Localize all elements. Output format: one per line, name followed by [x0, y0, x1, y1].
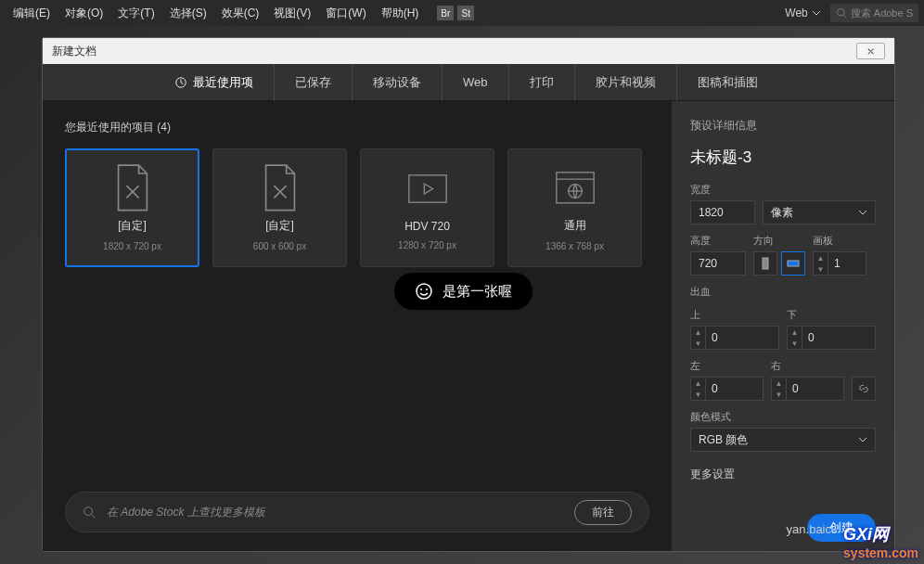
clock-icon: [174, 76, 187, 89]
menu-bar: 编辑(E) 对象(O) 文字(T) 选择(S) 效果(C) 视图(V) 窗口(W…: [0, 0, 924, 26]
bleed-link-button[interactable]: [852, 377, 876, 401]
close-button[interactable]: ⤬: [856, 43, 885, 59]
artboards-stepper[interactable]: ▲▼: [813, 251, 866, 276]
document-icon: [112, 164, 153, 211]
chevron-down-icon: [812, 8, 821, 18]
recent-section-title: 您最近使用的项目 (4): [65, 120, 649, 135]
svg-point-14: [426, 288, 428, 290]
watermark: GXi网 system.com: [843, 523, 918, 560]
template-card-web[interactable]: 通用 1366 x 768 px: [507, 148, 642, 267]
smile-icon: [415, 282, 433, 301]
category-tabs: 最近使用项 已保存 移动设备 Web 打印 胶片和视频 图稿和插图: [43, 64, 894, 101]
stock-search-bar[interactable]: 在 Adobe Stock 上查找更多模板 前往: [65, 492, 649, 532]
artboards-label: 画板: [813, 234, 866, 248]
svg-point-8: [84, 507, 93, 516]
bleed-label: 出血: [690, 285, 876, 299]
preset-details-pane: 预设详细信息 未标题-3 宽度 像素 高度: [672, 101, 894, 551]
tab-mobile[interactable]: 移动设备: [353, 64, 443, 101]
height-label: 高度: [690, 234, 746, 248]
height-input[interactable]: [690, 251, 746, 276]
dialog-title: 新建文档: [52, 44, 96, 59]
chevron-down-icon: [858, 208, 867, 217]
bleed-bottom-input[interactable]: [802, 331, 875, 344]
unit-select[interactable]: 像素: [763, 200, 876, 224]
svg-point-0: [837, 9, 844, 17]
tab-web[interactable]: Web: [443, 64, 509, 101]
landscape-icon: [787, 257, 800, 270]
width-input[interactable]: [690, 200, 755, 224]
tooltip-overlay: 是第一张喔: [394, 273, 533, 310]
orientation-landscape[interactable]: [781, 251, 805, 276]
watermark-sub: yan.baic: [787, 522, 831, 536]
tab-print[interactable]: 打印: [509, 64, 575, 101]
workspace-switcher[interactable]: Web: [781, 6, 824, 19]
artboards-input[interactable]: [828, 257, 866, 270]
template-card-custom-1[interactable]: [自定] 1820 x 720 px: [65, 148, 199, 267]
stock-placeholder: 在 Adobe Stock 上查找更多模板: [107, 505, 265, 520]
video-icon: [407, 166, 448, 212]
colormode-label: 颜色模式: [690, 410, 876, 424]
stepper-down[interactable]: ▼: [814, 263, 828, 275]
link-icon: [857, 382, 870, 395]
more-settings-link[interactable]: 更多设置: [690, 467, 876, 482]
svg-point-13: [420, 288, 422, 290]
template-card-hdv720[interactable]: HDV 720 1280 x 720 px: [360, 148, 494, 267]
colormode-select[interactable]: RGB 颜色: [690, 428, 876, 452]
menu-object[interactable]: 对象(O): [58, 6, 110, 21]
menu-view[interactable]: 视图(V): [266, 6, 318, 21]
document-icon: [260, 164, 301, 211]
tab-saved[interactable]: 已保存: [275, 64, 353, 101]
svg-line-1: [843, 15, 846, 18]
menu-window[interactable]: 窗口(W): [318, 6, 373, 21]
menu-type[interactable]: 文字(T): [110, 6, 161, 21]
search-placeholder: 搜索 Adobe S: [851, 6, 913, 20]
bleed-right-input[interactable]: [787, 382, 843, 395]
dialog-titlebar: 新建文档 ⤬: [43, 38, 894, 64]
search-input[interactable]: 搜索 Adobe S: [830, 4, 918, 22]
document-title[interactable]: 未标题-3: [690, 147, 876, 168]
width-label: 宽度: [690, 183, 876, 197]
stepper-up[interactable]: ▲: [814, 252, 828, 263]
orientation-portrait[interactable]: [753, 251, 777, 276]
menu-effect[interactable]: 效果(C): [214, 6, 267, 21]
bleed-left-stepper[interactable]: ▲▼: [690, 377, 764, 401]
tooltip-text: 是第一张喔: [443, 283, 512, 301]
orientation-label: 方向: [753, 234, 805, 248]
svg-line-9: [92, 515, 96, 519]
web-icon: [555, 164, 596, 211]
stock-icon[interactable]: St: [457, 6, 474, 20]
svg-rect-10: [763, 258, 768, 269]
svg-rect-11: [788, 261, 799, 266]
chevron-down-icon: [858, 435, 867, 444]
search-icon: [836, 7, 847, 19]
tab-art[interactable]: 图稿和插图: [677, 64, 778, 101]
bleed-bottom-stepper[interactable]: ▲▼: [787, 326, 876, 350]
svg-rect-3: [408, 175, 445, 202]
bleed-top-stepper[interactable]: ▲▼: [690, 326, 779, 350]
bleed-top-input[interactable]: [706, 331, 778, 344]
search-icon: [83, 506, 96, 519]
bridge-icon[interactable]: Br: [437, 6, 454, 20]
menu-select[interactable]: 选择(S): [162, 6, 214, 21]
preset-heading: 预设详细信息: [690, 118, 876, 134]
tab-recent[interactable]: 最近使用项: [154, 64, 275, 101]
stock-go-button[interactable]: 前往: [574, 500, 632, 525]
workspace-label: Web: [785, 6, 807, 19]
menu-edit[interactable]: 编辑(E): [6, 6, 58, 21]
menu-help[interactable]: 帮助(H): [374, 6, 427, 21]
bleed-right-stepper[interactable]: ▲▼: [771, 377, 844, 401]
tab-film[interactable]: 胶片和视频: [575, 64, 677, 101]
portrait-icon: [759, 257, 772, 270]
bleed-left-input[interactable]: [706, 382, 763, 395]
templates-pane: 您最近使用的项目 (4) [自定] 1820 x 720 px [自定]: [43, 101, 672, 551]
svg-point-12: [417, 284, 431, 299]
template-card-custom-2[interactable]: [自定] 600 x 600 px: [212, 148, 347, 267]
